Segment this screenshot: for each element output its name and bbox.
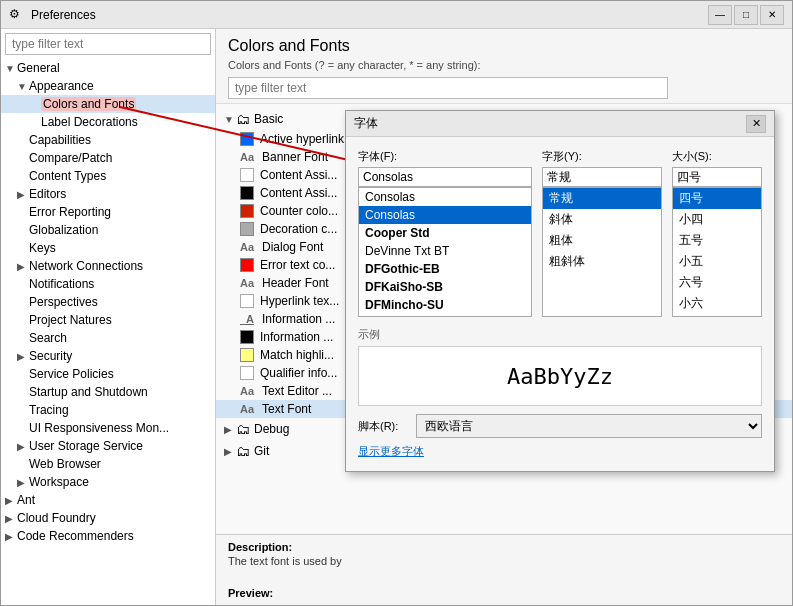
size-list-item[interactable]: 五号 bbox=[673, 230, 761, 251]
right-filter-input[interactable] bbox=[228, 77, 668, 99]
font-name-input[interactable] bbox=[358, 167, 532, 187]
font-list-item[interactable]: DFMincho-UB bbox=[359, 314, 531, 317]
more-fonts-link[interactable]: 显示更多字体 bbox=[358, 444, 424, 459]
expand-arrow bbox=[17, 315, 29, 326]
size-list-item[interactable]: 小四 bbox=[673, 209, 761, 230]
font-list-item[interactable]: DeVinne Txt BT bbox=[359, 242, 531, 260]
color-swatch bbox=[240, 258, 254, 272]
dialog-title: 字体 bbox=[354, 115, 746, 132]
close-button[interactable]: ✕ bbox=[760, 5, 784, 25]
item-label: Counter colo... bbox=[260, 204, 338, 218]
font-list[interactable]: Consolas Consolas Cooper Std DeVinne Txt… bbox=[358, 187, 532, 317]
font-prefix: Aa bbox=[240, 385, 256, 397]
expand-arrow: ▶ bbox=[17, 189, 29, 200]
expand-arrow: ▶ bbox=[17, 351, 29, 362]
sidebar-item-globalization[interactable]: Globalization bbox=[1, 221, 215, 239]
size-list-item[interactable]: 七号 bbox=[673, 314, 761, 317]
size-list-item[interactable]: 小五 bbox=[673, 251, 761, 272]
group-label: Basic bbox=[254, 112, 283, 126]
font-prefix: Aa bbox=[240, 277, 256, 289]
sidebar-item-editors[interactable]: ▶ Editors bbox=[1, 185, 215, 203]
expand-arrow bbox=[17, 171, 29, 182]
style-list-item[interactable]: 斜体 bbox=[543, 209, 661, 230]
sidebar-item-keys[interactable]: Keys bbox=[1, 239, 215, 257]
left-panel: ▼ General ▼ Appearance Colors and Fonts bbox=[1, 29, 216, 605]
style-list[interactable]: 常规 斜体 粗体 粗斜体 bbox=[542, 187, 662, 317]
group-arrow: ▶ bbox=[224, 424, 236, 435]
size-list[interactable]: 四号 小四 五号 小五 六号 小六 七号 bbox=[672, 187, 762, 317]
script-select[interactable]: 西欧语言 bbox=[416, 414, 762, 438]
style-list-item[interactable]: 粗体 bbox=[543, 230, 661, 251]
expand-arrow bbox=[17, 387, 29, 398]
style-input[interactable] bbox=[542, 167, 662, 187]
panel-subtitle: Colors and Fonts (? = any character, * =… bbox=[228, 59, 780, 71]
group-arrow: ▼ bbox=[224, 114, 236, 125]
sidebar-item-compare-patch[interactable]: Compare/Patch bbox=[1, 149, 215, 167]
sidebar-item-colors-fonts[interactable]: Colors and Fonts bbox=[1, 95, 215, 113]
dialog-close-button[interactable]: ✕ bbox=[746, 115, 766, 133]
sidebar-item-workspace[interactable]: ▶ Workspace bbox=[1, 473, 215, 491]
sidebar-item-content-types[interactable]: Content Types bbox=[1, 167, 215, 185]
font-dialog: 字体 ✕ 字体(F): Consolas Consolas Cooper Std… bbox=[345, 110, 775, 472]
sidebar-item-user-storage[interactable]: ▶ User Storage Service bbox=[1, 437, 215, 455]
sidebar-item-general[interactable]: ▼ General bbox=[1, 59, 215, 77]
left-filter-input[interactable] bbox=[5, 33, 211, 55]
description-label: Description: bbox=[228, 541, 780, 553]
color-swatch bbox=[240, 348, 254, 362]
font-column-label: 字体(F): bbox=[358, 149, 532, 164]
window-title: Preferences bbox=[31, 8, 708, 22]
sidebar-item-startup-shutdown[interactable]: Startup and Shutdown bbox=[1, 383, 215, 401]
font-list-item[interactable]: Consolas bbox=[359, 206, 531, 224]
sidebar-item-security[interactable]: ▶ Security bbox=[1, 347, 215, 365]
item-label: Qualifier info... bbox=[260, 366, 337, 380]
size-input[interactable] bbox=[672, 167, 762, 187]
expand-arrow bbox=[17, 225, 29, 236]
expand-arrow bbox=[17, 405, 29, 416]
font-list-item[interactable]: DFGothic-EB bbox=[359, 260, 531, 278]
sidebar-item-notifications[interactable]: Notifications bbox=[1, 275, 215, 293]
minimize-button[interactable]: — bbox=[708, 5, 732, 25]
sidebar-item-service-policies[interactable]: Service Policies bbox=[1, 365, 215, 383]
color-swatch bbox=[240, 168, 254, 182]
sidebar-item-perspectives[interactable]: Perspectives bbox=[1, 293, 215, 311]
sidebar-item-tracing[interactable]: Tracing bbox=[1, 401, 215, 419]
preview-section-wrapper: 示例 AaBbYyZz bbox=[358, 327, 762, 406]
size-list-item[interactable]: 四号 bbox=[673, 188, 761, 209]
expand-arrow: ▶ bbox=[17, 477, 29, 488]
font-list-item[interactable]: DFMincho-SU bbox=[359, 296, 531, 314]
style-list-item[interactable]: 粗斜体 bbox=[543, 251, 661, 272]
app-icon: ⚙ bbox=[9, 7, 25, 23]
size-column: 大小(S): 四号 小四 五号 小五 六号 小六 七号 bbox=[672, 149, 762, 317]
sidebar-item-label-decorations[interactable]: Label Decorations bbox=[1, 113, 215, 131]
script-row: 脚本(R): 西欧语言 bbox=[358, 414, 762, 438]
group-icon: 🗂 bbox=[236, 443, 250, 459]
sidebar-item-project-natures[interactable]: Project Natures bbox=[1, 311, 215, 329]
sidebar-item-code-recommenders[interactable]: ▶ Code Recommenders bbox=[1, 527, 215, 545]
maximize-button[interactable]: □ bbox=[734, 5, 758, 25]
sidebar-item-ui-responsiveness[interactable]: UI Responsiveness Mon... bbox=[1, 419, 215, 437]
sidebar-item-ant[interactable]: ▶ Ant bbox=[1, 491, 215, 509]
preview-section: AaBbYyZz bbox=[358, 346, 762, 406]
font-prefix: Aa bbox=[240, 151, 256, 163]
font-list-item[interactable]: DFKaiSho-SB bbox=[359, 278, 531, 296]
group-label: Debug bbox=[254, 422, 289, 436]
item-label: Text Font bbox=[262, 402, 311, 416]
sidebar-item-appearance[interactable]: ▼ Appearance bbox=[1, 77, 215, 95]
expand-arrow bbox=[29, 117, 41, 128]
expand-arrow bbox=[17, 369, 29, 380]
sidebar-item-search[interactable]: Search bbox=[1, 329, 215, 347]
sidebar-item-cloud-foundry[interactable]: ▶ Cloud Foundry bbox=[1, 509, 215, 527]
sidebar-item-web-browser[interactable]: Web Browser bbox=[1, 455, 215, 473]
font-list-item[interactable]: Consolas bbox=[359, 188, 531, 206]
font-list-item[interactable]: Cooper Std bbox=[359, 224, 531, 242]
expand-arrow bbox=[17, 207, 29, 218]
size-list-item[interactable]: 小六 bbox=[673, 293, 761, 314]
window-controls: — □ ✕ bbox=[708, 5, 784, 25]
sidebar-item-error-reporting[interactable]: Error Reporting bbox=[1, 203, 215, 221]
style-list-item[interactable]: 常规 bbox=[543, 188, 661, 209]
sidebar-item-capabilities[interactable]: Capabilities bbox=[1, 131, 215, 149]
color-swatch bbox=[240, 330, 254, 344]
sidebar-item-network-connections[interactable]: ▶ Network Connections bbox=[1, 257, 215, 275]
item-label: Content Assi... bbox=[260, 168, 337, 182]
size-list-item[interactable]: 六号 bbox=[673, 272, 761, 293]
